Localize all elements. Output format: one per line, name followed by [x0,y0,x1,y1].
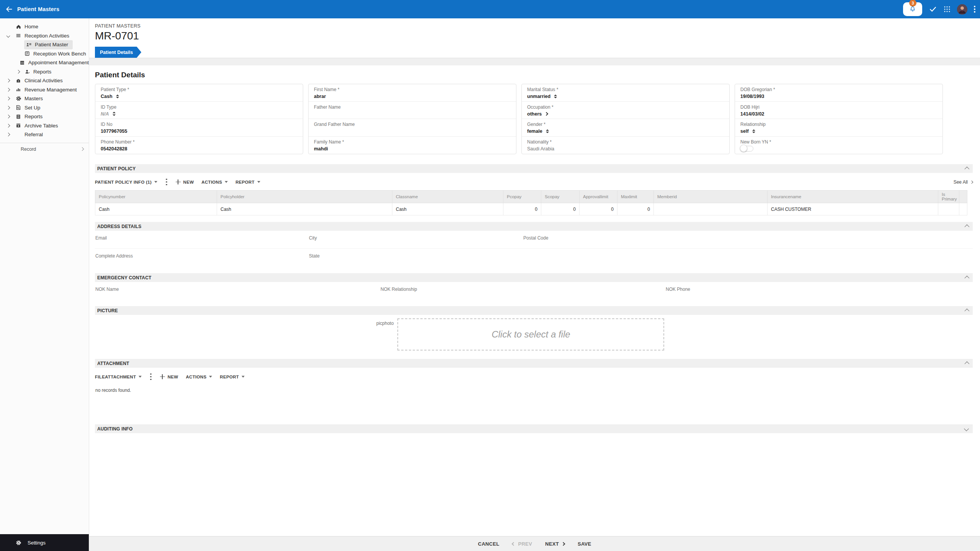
field-gender[interactable]: Gender * female [522,119,729,137]
attachment-new-button[interactable]: NEW [160,374,178,379]
policy-actions-button[interactable]: ACTIONS [201,180,228,184]
lookup-chevron-icon[interactable] [545,112,548,116]
policy-table: Policynumber Policyholder Classname Pcop… [95,190,967,215]
settings-bar[interactable]: Settings [0,534,89,551]
auditing-info-band[interactable]: AUDITING INFO [95,424,973,433]
dropdown-triangle-icon [257,181,260,183]
attachment-report-button[interactable]: REPORT [220,375,245,379]
cancel-button[interactable]: CANCEL [478,541,499,547]
sidebar-item-reports-reception[interactable]: Reports [0,67,89,77]
more-vertical-icon[interactable] [165,179,168,186]
patient-policy-band[interactable]: PATIENT POLICY [95,164,973,173]
field-family-name[interactable]: Family Name * mahdi [309,137,516,154]
more-vertical-icon[interactable] [974,6,975,13]
policy-new-button[interactable]: NEW [176,179,194,184]
bell-icon [909,5,916,13]
attachment-toolbar: FILEATTACHMENT NEW ACTIONS REPORT [95,370,973,384]
prev-button[interactable]: PREV [512,541,532,547]
field-nok-phone[interactable]: NOK Phone [665,282,973,300]
table-row[interactable]: Cash Cash Cash 0 0 0 0 CASH CUSTOMER [95,203,967,215]
more-vertical-icon[interactable] [149,373,152,380]
picture-band[interactable]: PICTURE [95,306,973,315]
select-sort-icon[interactable] [546,129,549,134]
field-complete-address[interactable]: Complete Address [95,249,309,267]
form-card-1: Patient Type * Cash ID Type N/A ID No 10… [95,84,303,154]
sidebar-item-archive-tables[interactable]: Archive Tables [0,121,89,130]
field-grand-father-name[interactable]: Grand Father Name [309,119,516,137]
newborn-toggle[interactable] [740,146,753,152]
file-drop-zone[interactable]: Click to select a file [397,318,664,350]
user-avatar[interactable] [957,4,967,15]
tab-patient-details[interactable]: Patient Details [95,47,141,58]
dropdown-triangle-icon [209,376,212,378]
field-patient-type[interactable]: Patient Type * Cash [95,84,303,102]
select-sort-icon[interactable] [554,95,557,99]
patient-details-form: Patient Type * Cash ID Type N/A ID No 10… [95,84,943,154]
policy-report-button[interactable]: REPORT [235,180,260,184]
picphoto-label: picphoto [376,321,394,350]
sidebar-item-home[interactable]: Home [0,22,89,31]
gear-icon [15,96,21,102]
app-window: Patient Masters 3 [0,0,980,551]
field-occupation[interactable]: Occupation * others [522,102,729,119]
select-sort-icon[interactable] [116,95,119,99]
field-phone-number[interactable]: Phone Number * 0542042828 [95,137,303,154]
notifications-button[interactable]: 3 [903,2,922,16]
dropdown-triangle-icon [242,376,245,378]
sidebar-item-clinical-activities[interactable]: Clinical Activities [0,76,89,85]
field-email[interactable]: Email [95,231,309,249]
form-card-3: Marital Status * unmarried Occupation * … [521,84,730,154]
field-father-name[interactable]: Father Name [309,102,516,119]
field-nok-name[interactable]: NOK Name [95,282,380,300]
record-collapse-row[interactable]: Record [0,143,89,155]
select-sort-icon[interactable] [752,129,755,134]
field-city[interactable]: City [309,231,523,249]
address-details-band[interactable]: ADDRESS DETAILS [95,222,973,231]
emergency-contact-band[interactable]: EMERGECNY CONTACT [95,273,973,282]
field-new-born-yn[interactable]: New Born YN * [735,137,942,154]
apps-grid-icon[interactable] [944,6,951,13]
sidebar-item-revenue-management[interactable]: Revenue Management [0,85,89,95]
chevron-right-icon [7,79,10,83]
sidebar-item-reports[interactable]: Reports [0,112,89,121]
next-button[interactable]: NEXT [545,541,565,547]
sidebar-item-set-up[interactable]: Set Up [0,103,89,112]
collapse-chevron-up-icon [965,225,970,230]
table-header-row: Policynumber Policyholder Classname Pcop… [95,191,967,203]
sidebar-item-reception-activities[interactable]: Reception Activities [0,31,89,41]
save-button[interactable]: SAVE [578,541,591,547]
plus-icon [160,374,165,379]
chevron-right-icon [561,542,565,546]
attachment-grid-selector[interactable]: FILEATTACHMENT [95,375,142,379]
notification-badge: 3 [909,0,916,7]
field-first-name[interactable]: First Name * abrar [309,84,516,102]
field-state[interactable]: State [309,249,523,267]
sidebar-item-reception-work-bench[interactable]: Reception Work Bench [0,49,89,59]
sidebar-item-referral[interactable]: Referral [0,130,89,139]
dropdown-triangle-icon [225,181,228,183]
field-relationship[interactable]: Relationship self [735,119,942,137]
workbench-icon [24,51,30,57]
field-postal-code[interactable]: Postal Code [523,231,973,249]
back-arrow-icon[interactable] [5,5,13,13]
select-sort-icon[interactable] [113,112,116,116]
picture-section: picphoto Click to select a file [95,315,973,354]
chevron-right-icon [7,124,10,127]
field-dob-hijri[interactable]: DOB Hijri 1414/03/02 [735,102,942,119]
check-icon[interactable] [929,5,937,13]
see-all-link[interactable]: See All [954,179,973,185]
attachment-band[interactable]: ATTACHMENT [95,359,973,368]
sidebar-item-masters[interactable]: Masters [0,94,89,103]
field-marital-status[interactable]: Marital Status * unmarried [522,84,729,102]
doc-lines-icon [15,114,21,120]
policy-grid-selector[interactable]: PATIENT POLICY INFO (1) [95,180,157,184]
field-dob-gregorian[interactable]: DOB Gregorian * 19/08/1993 [735,84,942,102]
field-id-type[interactable]: ID Type N/A [95,102,303,119]
field-id-no[interactable]: ID No 1077967055 [95,119,303,137]
attachment-actions-button[interactable]: ACTIONS [186,375,212,379]
sidebar-item-patient-master[interactable]: Patient Master [0,40,89,49]
field-nok-relationship[interactable]: NOK Relationship [380,282,665,300]
settings-gear-icon [15,540,21,546]
sidebar-item-appointment-management[interactable]: Appointment Management [0,58,89,67]
field-nationality[interactable]: Nationality * Saudi Arabia [522,137,729,154]
